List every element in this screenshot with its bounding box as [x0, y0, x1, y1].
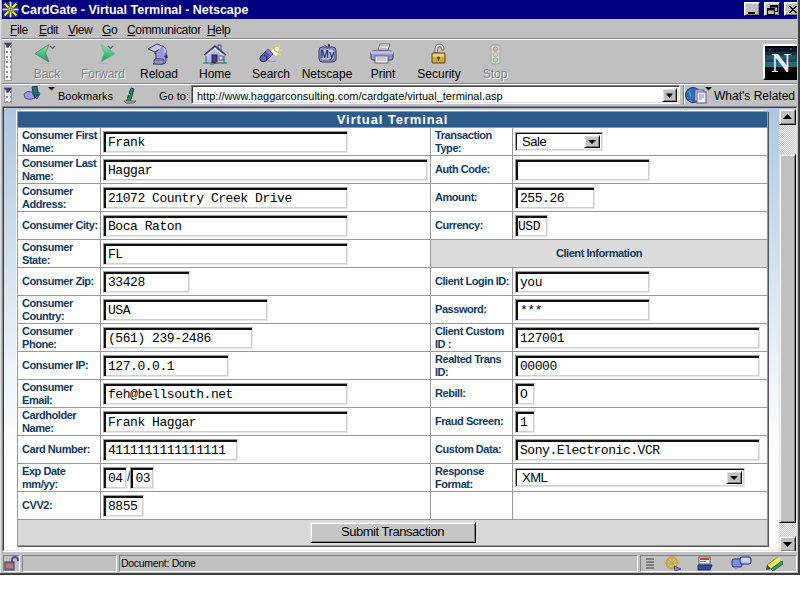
- svg-text:N: N: [771, 48, 791, 78]
- svg-text:My: My: [321, 49, 335, 60]
